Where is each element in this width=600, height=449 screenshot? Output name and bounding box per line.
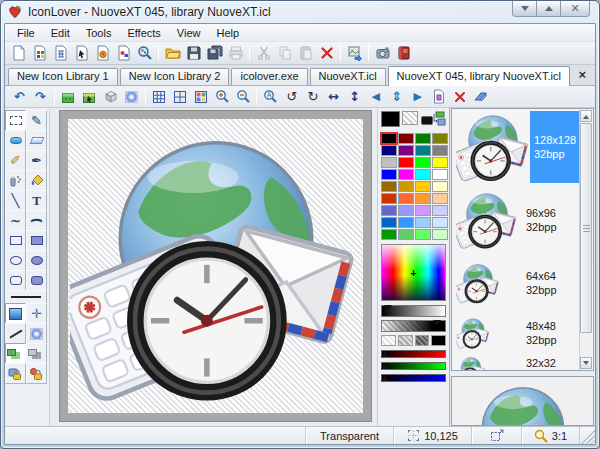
tab-icolover-exe[interactable]: icolover.exe (231, 68, 307, 85)
close-button[interactable]: ✕ (560, 1, 590, 17)
blue-slider[interactable] (381, 374, 446, 382)
preview-3d-button[interactable] (100, 87, 121, 106)
scroll-up-icon[interactable] (580, 110, 592, 122)
copy-button[interactable] (274, 43, 295, 63)
palette-swatch[interactable] (432, 217, 448, 228)
lock-colors-button[interactable] (5, 363, 26, 384)
undo-button[interactable]: ↶ (9, 87, 30, 106)
curve-tool[interactable]: ~ (5, 210, 26, 231)
titlebar[interactable]: IconLover - NuoveXT 045, library NuoveXT… (4, 1, 596, 23)
tab-close-icon[interactable]: × (578, 68, 586, 81)
save-all-button[interactable] (204, 43, 225, 63)
test-icon-cursor-button[interactable] (79, 87, 100, 106)
palette-swatch[interactable] (432, 205, 448, 216)
scrollbar-thumb[interactable] (580, 123, 592, 333)
ink-pen-tool[interactable]: ✒ (26, 150, 47, 171)
grid-button[interactable] (149, 87, 170, 106)
format-item-48[interactable]: 48x4832bpp (452, 311, 593, 355)
rectangle-tool[interactable] (5, 230, 26, 251)
rotate-ccw-button[interactable]: ↺ (281, 87, 302, 106)
zoom-in-button[interactable] (212, 87, 233, 106)
shift-vertical-button[interactable]: ⇕ (386, 87, 407, 106)
format-item-96[interactable]: 96x9632bpp (452, 185, 593, 255)
palette-swatch[interactable] (415, 193, 431, 204)
palette-swatch[interactable] (381, 181, 397, 192)
help-button[interactable] (393, 43, 414, 63)
palette-swatch[interactable] (415, 217, 431, 228)
palette-swatch[interactable] (432, 229, 448, 240)
alpha-preset-0[interactable] (381, 335, 396, 346)
palette-swatch[interactable] (415, 157, 431, 168)
swap-colors-icon[interactable] (430, 111, 446, 126)
format-scrollbar[interactable] (579, 110, 592, 369)
paste-object-tool[interactable] (26, 343, 47, 364)
palette-swatch[interactable] (415, 229, 431, 240)
palette-swatch[interactable] (381, 229, 397, 240)
pencil-tool[interactable]: ✎ (26, 110, 47, 131)
cut-button[interactable] (253, 43, 274, 63)
export-image-button[interactable] (344, 43, 365, 63)
alpha-marker-icon[interactable] (433, 320, 441, 330)
menu-tools[interactable]: Tools (78, 26, 120, 40)
palette-swatch[interactable] (381, 205, 397, 216)
menu-file[interactable]: File (9, 26, 43, 40)
luminance-slider[interactable] (381, 305, 446, 317)
palette-swatch[interactable] (432, 181, 448, 192)
lock-transparency-button[interactable] (26, 363, 47, 384)
blur-tool[interactable] (26, 323, 47, 344)
alpha-slider[interactable] (381, 320, 446, 332)
ellipse-tool[interactable] (5, 250, 26, 271)
red-marker-icon[interactable] (381, 347, 389, 357)
red-slider[interactable] (381, 350, 446, 358)
new-animation-button[interactable] (92, 43, 113, 63)
menu-view[interactable]: View (169, 26, 209, 40)
format-item-32[interactable]: 32x3232bpp (452, 355, 593, 371)
line-width-selector[interactable] (5, 290, 47, 304)
rounded-rectangle-tool[interactable] (5, 270, 26, 291)
clear-image-button[interactable] (470, 87, 491, 106)
line-tool[interactable]: ╲ (5, 190, 26, 211)
print-button[interactable] (225, 43, 246, 63)
palette-swatch[interactable] (381, 133, 397, 144)
format-item-128[interactable]: 128x12832bpp (452, 109, 593, 185)
zoom-out-button[interactable] (233, 87, 254, 106)
fill-tool[interactable] (26, 170, 47, 191)
palette-swatch[interactable] (398, 157, 414, 168)
copy-object-tool[interactable] (5, 343, 26, 364)
redo-button[interactable]: ↷ (30, 87, 51, 106)
menu-edit[interactable]: Edit (43, 26, 78, 40)
new-image-button[interactable] (113, 43, 134, 63)
palette-swatch[interactable] (398, 145, 414, 156)
find-icons-button[interactable] (134, 43, 155, 63)
filled-rounded-rectangle-tool[interactable] (26, 270, 47, 291)
smooth-tool[interactable] (5, 323, 26, 344)
palette-swatch[interactable] (381, 217, 397, 228)
menu-help[interactable]: Help (208, 26, 247, 40)
palette-swatch[interactable] (381, 169, 397, 180)
tab-nuovext-icl[interactable]: NuoveXT.icl (310, 68, 386, 85)
new-image-format-button[interactable] (428, 87, 449, 106)
capture-button[interactable] (372, 43, 393, 63)
palette-swatch[interactable] (398, 217, 414, 228)
flip-vertical-button[interactable]: ↕ (344, 87, 365, 106)
palette-swatch[interactable] (398, 205, 414, 216)
open-button[interactable] (162, 43, 183, 63)
palette-swatch[interactable] (398, 229, 414, 240)
new-library-button[interactable] (50, 43, 71, 63)
palette-swatch[interactable] (432, 133, 448, 144)
new-cursor-button[interactable] (71, 43, 92, 63)
zoom-actual-button[interactable]: A (260, 87, 281, 106)
alpha-preset-66[interactable] (415, 335, 430, 346)
palette-swatch[interactable] (415, 133, 431, 144)
alpha-preset-100[interactable] (431, 335, 446, 346)
palette-swatch[interactable] (398, 133, 414, 144)
palette-swatch[interactable] (432, 145, 448, 156)
shift-right-button[interactable]: ▶ (407, 87, 428, 106)
alpha-preset-33[interactable] (398, 335, 413, 346)
tab-new-icon-library-2[interactable]: New Icon Library 2 (120, 68, 230, 85)
resize-grip[interactable] (579, 427, 595, 444)
move-tool[interactable]: ✛ (26, 303, 47, 324)
paste-button[interactable] (295, 43, 316, 63)
palette-swatch[interactable] (381, 145, 397, 156)
palette-swatch[interactable] (432, 169, 448, 180)
